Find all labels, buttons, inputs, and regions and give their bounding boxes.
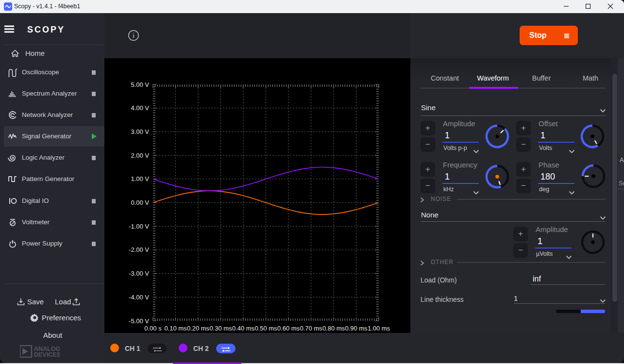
svg-text:0.80 ms: 0.80 ms (322, 325, 345, 332)
svg-text:0.70 ms: 0.70 ms (300, 325, 322, 332)
svg-text:DEVICES: DEVICES (34, 351, 60, 358)
svg-text:0.30 ms: 0.30 ms (209, 325, 232, 332)
svg-text:0.40 ms: 0.40 ms (232, 325, 255, 332)
svg-text:2.00 V: 2.00 V (131, 152, 149, 159)
svg-text:4.00 V: 4.00 V (131, 104, 149, 112)
svg-text:0.20 ms: 0.20 ms (187, 325, 210, 332)
svg-text:1.00 ms: 1.00 ms (368, 325, 390, 332)
svg-text:-2.00 V: -2.00 V (129, 246, 149, 253)
svg-text:0.90 ms: 0.90 ms (345, 325, 368, 332)
svg-text:1.00 V: 1.00 V (131, 175, 149, 182)
svg-text:0.00 V: 0.00 V (131, 199, 149, 206)
svg-text:-4.00 V: -4.00 V (129, 294, 149, 301)
svg-text:3.00 V: 3.00 V (131, 128, 149, 135)
svg-text:0.00 s: 0.00 s (144, 325, 162, 332)
svg-text:-3.00 V: -3.00 V (129, 270, 149, 277)
svg-text:-5.00 V: -5.00 V (129, 317, 149, 325)
svg-text:-1.00 V: -1.00 V (129, 223, 149, 230)
svg-text:0.60 ms: 0.60 ms (277, 325, 300, 332)
svg-text:5.00 V: 5.00 V (131, 81, 149, 88)
svg-text:0.10 ms: 0.10 ms (164, 325, 187, 332)
svg-text:0.50 ms: 0.50 ms (254, 325, 277, 332)
